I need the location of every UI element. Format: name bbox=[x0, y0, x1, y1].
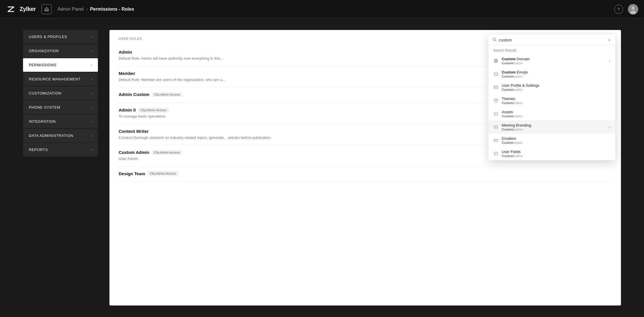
chevron-right-icon: › bbox=[91, 91, 92, 95]
search-input-wrap: ✕ bbox=[488, 35, 615, 46]
header-left: Zylker Admin Panel › Permissions - Roles bbox=[6, 4, 134, 14]
chevron-right-icon: › bbox=[91, 63, 92, 67]
user-fields-icon bbox=[493, 151, 499, 156]
result-text: User Profile & Settings Customization bbox=[502, 83, 611, 91]
role-badge: Cliq Admin Access bbox=[151, 150, 182, 155]
role-badge: Cliq Admin Access bbox=[147, 171, 178, 176]
external-link-icon: ↗ bbox=[608, 125, 611, 129]
globe-icon bbox=[493, 58, 499, 64]
help-button[interactable]: ? bbox=[614, 5, 623, 14]
sidebar-item-label: USERS & PROFILES bbox=[29, 35, 67, 39]
sidebar-item-integration[interactable]: INTEGRATION › bbox=[23, 115, 98, 128]
svg-point-17 bbox=[495, 87, 496, 88]
result-text: Emailers Customization bbox=[502, 136, 611, 144]
sidebar-item-label: REPORTS bbox=[29, 148, 48, 152]
sidebar-item-label: PERMISSIONS bbox=[29, 63, 56, 67]
svg-point-4 bbox=[631, 6, 635, 10]
chevron-right-icon: › bbox=[91, 77, 92, 81]
breadcrumb-admin-panel[interactable]: Admin Panel bbox=[58, 7, 84, 12]
sidebar-item-data-administration[interactable]: DATA ADMINISTRATION › bbox=[23, 129, 98, 142]
svg-rect-28 bbox=[494, 152, 498, 155]
pencil-edit-icon bbox=[493, 124, 499, 130]
role-name: Design Team Cliq Admin Access bbox=[119, 171, 612, 176]
sidebar-item-label: ORGANIZATION bbox=[29, 49, 59, 53]
svg-marker-20 bbox=[494, 99, 498, 103]
assets-icon bbox=[493, 111, 499, 117]
svg-point-14 bbox=[495, 73, 496, 74]
chevron-right-icon: › bbox=[91, 120, 92, 124]
search-result-item[interactable]: Themes Customization bbox=[488, 94, 615, 107]
role-badge: Cliq Admin Access bbox=[138, 108, 168, 112]
svg-rect-25 bbox=[494, 126, 498, 128]
breadcrumb-current: Permissions - Roles bbox=[90, 7, 134, 12]
search-result-item[interactable]: Meeting Branding Customization ↗ bbox=[488, 120, 615, 134]
sidebar: USERS & PROFILES › ORGANIZATION › PERMIS… bbox=[23, 30, 98, 305]
search-icon bbox=[493, 37, 497, 42]
search-panel: ✕ Search Results Custom Domain Custom bbox=[488, 35, 615, 160]
search-result-item[interactable]: Custom Domain Customization ↗ bbox=[488, 54, 615, 67]
chevron-right-icon: › bbox=[91, 49, 92, 53]
chevron-right-icon: › bbox=[91, 148, 92, 152]
search-clear-button[interactable]: ✕ bbox=[608, 38, 611, 42]
role-item[interactable]: Design Team Cliq Admin Access bbox=[119, 167, 612, 182]
main-content: USER ROLES Admin Default Role: Admin wil… bbox=[109, 30, 621, 305]
sidebar-item-permissions[interactable]: PERMISSIONS › bbox=[23, 58, 98, 72]
diamond-icon bbox=[493, 98, 499, 103]
search-result-item[interactable]: Assets Customization bbox=[488, 107, 615, 120]
emoji-icon bbox=[493, 71, 499, 77]
role-badge: Cliq Admin Access bbox=[152, 92, 182, 97]
sidebar-item-label: CUSTOMIZATION bbox=[29, 91, 61, 95]
breadcrumb: Admin Panel › Permissions - Roles bbox=[58, 6, 134, 12]
envelope-icon bbox=[493, 137, 499, 143]
search-input[interactable] bbox=[499, 38, 605, 42]
sidebar-item-customization[interactable]: CUSTOMIZATION › bbox=[23, 86, 98, 100]
sidebar-item-label: INTEGRATION bbox=[29, 119, 56, 124]
user-avatar-image bbox=[628, 4, 638, 14]
chevron-right-icon: › bbox=[91, 134, 92, 138]
home-button[interactable] bbox=[41, 4, 52, 14]
sidebar-item-reports[interactable]: REPORTS › bbox=[23, 143, 98, 156]
sidebar-item-organization[interactable]: ORGANIZATION › bbox=[23, 44, 98, 58]
header-right: ? bbox=[614, 4, 638, 14]
svg-point-13 bbox=[494, 72, 498, 76]
svg-line-7 bbox=[495, 40, 497, 41]
sidebar-item-label: RESOURCE MANAGEMENT bbox=[29, 77, 81, 81]
search-result-item[interactable]: User Profile & Settings Customization bbox=[488, 81, 615, 94]
search-result-item[interactable]: Emailers Customization bbox=[488, 134, 615, 147]
top-header: Zylker Admin Panel › Permissions - Roles… bbox=[0, 0, 644, 18]
chevron-right-icon: › bbox=[91, 35, 92, 39]
logo-icon bbox=[6, 4, 16, 14]
sidebar-item-users-profiles[interactable]: USERS & PROFILES › bbox=[23, 30, 98, 44]
result-text: Custom Domain Customization bbox=[502, 57, 605, 65]
result-text: Assets Customization bbox=[502, 110, 611, 118]
main-layout: USERS & PROFILES › ORGANIZATION › PERMIS… bbox=[0, 18, 644, 317]
svg-line-1 bbox=[8, 7, 14, 12]
sidebar-item-label: DATA ADMINISTRATION bbox=[29, 133, 73, 138]
result-text: Themes Customization bbox=[502, 97, 611, 105]
result-text: Meeting Branding Customization bbox=[502, 123, 605, 131]
logo-text: Zylker bbox=[20, 6, 36, 12]
search-result-item[interactable]: Custom Emojis Customization bbox=[488, 67, 615, 81]
breadcrumb-separator: › bbox=[86, 6, 88, 12]
search-results-label: Search Results bbox=[488, 46, 615, 54]
avatar[interactable] bbox=[628, 4, 638, 14]
home-icon bbox=[44, 7, 49, 12]
svg-point-15 bbox=[497, 73, 497, 74]
svg-rect-22 bbox=[494, 112, 498, 115]
sidebar-item-label: PHONE SYSTEM bbox=[29, 105, 60, 110]
search-result-item[interactable]: User Fields Customization bbox=[488, 147, 615, 160]
sidebar-item-resource-management[interactable]: RESOURCE MANAGEMENT › bbox=[23, 72, 98, 86]
chevron-right-icon: › bbox=[91, 105, 92, 110]
result-text: User Fields Customization bbox=[502, 150, 611, 158]
external-link-icon: ↗ bbox=[608, 59, 611, 63]
question-icon: ? bbox=[618, 7, 620, 12]
sidebar-item-phone-system[interactable]: PHONE SYSTEM › bbox=[23, 101, 98, 114]
result-text: Custom Emojis Customization bbox=[502, 70, 611, 78]
profile-card-icon bbox=[493, 84, 499, 90]
